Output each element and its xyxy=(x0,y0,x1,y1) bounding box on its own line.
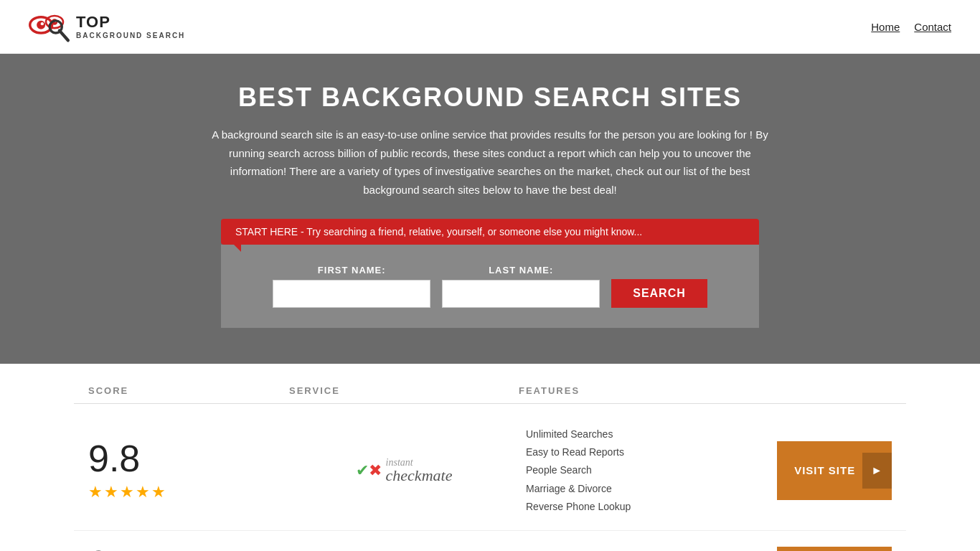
features-col-1: Unlimited Searches Easy to Read Reports … xyxy=(519,425,748,516)
main-nav: Home Contact xyxy=(871,21,951,33)
search-callout: START HERE - Try searching a friend, rel… xyxy=(221,219,759,245)
feature-1-3: People Search xyxy=(526,461,748,479)
star-1-5: ★ xyxy=(151,483,166,501)
score-value-2: 9.4 xyxy=(88,545,140,551)
hero-section: BEST BACKGROUND SEARCH SITES A backgroun… xyxy=(0,54,980,364)
visit-site-button-1[interactable]: VISIT SITE ► xyxy=(777,441,892,500)
hero-title: BEST BACKGROUND SEARCH SITES xyxy=(14,83,966,113)
svg-point-2 xyxy=(41,22,44,25)
col-score: SCORE xyxy=(88,385,289,396)
logo-icon xyxy=(29,9,72,44)
checkmate-x-icon: ✖ xyxy=(369,461,382,480)
first-name-input[interactable] xyxy=(273,280,430,308)
checkmate-brand-text: instant checkmate xyxy=(386,458,453,484)
results-section: SCORE SERVICE FEATURES 9.8 ★ ★ ★ ★ ★ ✔ ✖… xyxy=(60,364,920,551)
col-features: FEATURES xyxy=(519,385,748,396)
nav-home[interactable]: Home xyxy=(871,21,900,33)
svg-point-1 xyxy=(37,21,45,29)
checkmate-word-checkmate: checkmate xyxy=(386,468,453,484)
nav-contact[interactable]: Contact xyxy=(914,21,951,33)
first-name-label: FIRST NAME: xyxy=(273,265,430,276)
instant-checkmate-logo: ✔ ✖ instant checkmate xyxy=(356,458,453,484)
star-1-2: ★ xyxy=(104,483,118,501)
col-action xyxy=(748,385,892,396)
feature-1-1: Unlimited Searches xyxy=(526,425,748,443)
logo-bottom-text: BACKGROUND SEARCH xyxy=(76,32,185,39)
star-1-3: ★ xyxy=(120,483,134,501)
star-1-4: ★ xyxy=(136,483,150,501)
site-header: TOP BACKGROUND SEARCH Home Contact xyxy=(0,0,980,54)
visit-col-2: VISIT SITE ► xyxy=(748,547,892,551)
score-col-1: 9.8 ★ ★ ★ ★ ★ xyxy=(88,440,289,501)
feature-1-2: Easy to Read Reports xyxy=(526,443,748,461)
feature-1-5: Reverse Phone Lookup xyxy=(526,498,748,516)
service-col-1: ✔ ✖ instant checkmate xyxy=(289,458,519,484)
col-service: SERVICE xyxy=(289,385,519,396)
checkmate-check-icon: ✔ xyxy=(356,461,369,480)
search-button[interactable]: SEARCH xyxy=(611,279,707,308)
logo-text: TOP BACKGROUND SEARCH xyxy=(76,14,185,39)
score-col-2: 9.4 ★ ★ ★ ★ ★ xyxy=(88,545,289,551)
hero-description: A background search site is an easy-to-u… xyxy=(210,126,770,199)
score-value-1: 9.8 xyxy=(88,440,140,477)
stars-1: ★ ★ ★ ★ ★ xyxy=(88,483,166,501)
logo-top-text: TOP xyxy=(76,14,185,31)
visit-label-1: VISIT SITE xyxy=(794,464,855,476)
last-name-label: LAST NAME: xyxy=(442,265,600,276)
feature-1-4: Marriage & Divorce xyxy=(526,480,748,498)
table-header: SCORE SERVICE FEATURES xyxy=(74,378,906,404)
visit-col-1: VISIT SITE ► xyxy=(748,441,892,500)
last-name-group: LAST NAME: xyxy=(442,265,600,308)
search-form: FIRST NAME: LAST NAME: SEARCH xyxy=(221,245,759,328)
visit-arrow-1: ► xyxy=(862,453,892,489)
last-name-input[interactable] xyxy=(442,280,600,308)
table-row: 9.4 ★ ★ ★ ★ ★ People Looker Accurate and… xyxy=(74,531,906,551)
table-row: 9.8 ★ ★ ★ ★ ★ ✔ ✖ instant checkmate Unli… xyxy=(74,411,906,531)
first-name-group: FIRST NAME: xyxy=(273,265,430,308)
logo: TOP BACKGROUND SEARCH xyxy=(29,9,185,44)
visit-site-button-2[interactable]: VISIT SITE ► xyxy=(777,547,892,551)
star-1-1: ★ xyxy=(88,483,103,501)
